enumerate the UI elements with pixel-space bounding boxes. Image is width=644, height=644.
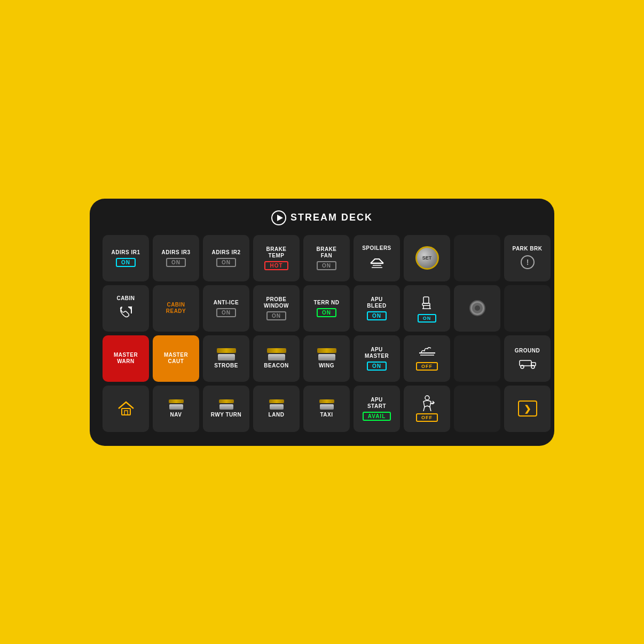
btn-exit-icon[interactable]: OFF: [404, 386, 450, 432]
btn-terr-nd[interactable]: TERR ND ON: [303, 285, 350, 332]
stream-deck-device: STREAM DECK ADIRS IR1 ON ADIRS IR3 ON AD…: [90, 199, 554, 446]
seat-icon: [418, 294, 436, 312]
svg-point-23: [425, 396, 429, 400]
btn-probe-window[interactable]: PROBEWINDOW ON: [253, 285, 300, 332]
btn-taxi[interactable]: TAXI: [303, 386, 350, 432]
exit-person-icon: [418, 395, 436, 411]
svg-rect-21: [122, 409, 130, 415]
btn-beacon[interactable]: BEACON: [253, 335, 300, 382]
btn-brake-fan[interactable]: BRAKEFAN ON: [303, 235, 350, 281]
svg-marker-1: [277, 215, 283, 221]
button-grid: ADIRS IR1 ON ADIRS IR3 ON ADIRS IR2 ON B…: [103, 235, 541, 432]
btn-set-knob[interactable]: SET: [404, 235, 450, 281]
btn-empty3: [504, 285, 551, 332]
btn-master-warn[interactable]: MASTERWARN: [103, 335, 149, 382]
btn-apu-master[interactable]: APUMASTER ON: [354, 335, 400, 382]
svg-point-14: [475, 305, 480, 311]
land-light-icon: [269, 399, 284, 410]
btn-master-caut[interactable]: MASTERCAUT: [153, 335, 199, 382]
btn-rwy-turn[interactable]: RWY TURN: [203, 386, 249, 432]
taxi-light-icon: [319, 399, 334, 410]
btn-home[interactable]: [103, 386, 149, 432]
btn-park-brk[interactable]: PARK BRK !: [504, 235, 551, 281]
btn-nav[interactable]: NAV: [153, 386, 199, 432]
btn-apu-start[interactable]: APUSTART AVAIL: [354, 386, 400, 432]
btn-empty1: [454, 235, 500, 281]
btn-apu-smoke[interactable]: OFF: [404, 335, 450, 382]
cabin-phone-icon: [117, 304, 135, 321]
svg-rect-8: [422, 303, 430, 305]
btn-cabin[interactable]: CABIN: [103, 285, 149, 332]
btn-spoilers[interactable]: SPOILERS: [354, 235, 400, 281]
btn-next-arrow[interactable]: ❯: [504, 386, 551, 432]
btn-wing[interactable]: WING: [303, 335, 350, 382]
svg-line-25: [430, 407, 431, 411]
wing-light-icon: [317, 348, 336, 360]
svg-rect-17: [520, 360, 531, 366]
nav-light-icon: [169, 399, 184, 410]
svg-line-24: [423, 407, 425, 411]
svg-text:!: !: [526, 258, 529, 266]
btn-adirs-ir3[interactable]: ADIRS IR3 ON: [153, 235, 199, 281]
btn-anti-ice[interactable]: ANTI-ICE ON: [203, 285, 249, 332]
svg-rect-22: [124, 411, 128, 415]
btn-strobe[interactable]: STROBE: [203, 335, 249, 382]
strobe-light-icon: [217, 348, 236, 360]
deck-logo: STREAM DECK: [271, 210, 373, 225]
btn-ground[interactable]: GROUND: [504, 335, 551, 382]
smoke-icon: [418, 346, 436, 360]
ground-truck-icon: [519, 356, 537, 369]
btn-empty5: [454, 386, 500, 432]
rwy-light-icon: [219, 399, 234, 410]
app-title: STREAM DECK: [290, 212, 373, 223]
btn-brake-temp[interactable]: BRAKETEMP HOT: [253, 235, 300, 281]
btn-cabin-ready[interactable]: CABINREADY: [153, 285, 199, 332]
btn-land[interactable]: LAND: [253, 386, 300, 432]
spoilers-icon: [368, 254, 386, 271]
park-brk-icon: !: [520, 254, 536, 270]
home-icon: [116, 399, 136, 418]
btn-adirs-ir2[interactable]: ADIRS IR2 ON: [203, 235, 249, 281]
set-knob-widget: SET: [415, 246, 439, 270]
btn-apu-bleed[interactable]: APUBLEED ON: [354, 285, 400, 332]
deck-header: STREAM DECK: [103, 210, 541, 225]
beacon-light-icon: [267, 348, 286, 360]
knob2-icon: [467, 298, 488, 318]
btn-adirs-ir1[interactable]: ADIRS IR1 ON: [103, 235, 149, 281]
btn-seat[interactable]: ON: [404, 285, 450, 332]
btn-empty4: [454, 335, 500, 382]
svg-rect-7: [423, 297, 429, 303]
next-arrow-icon: ❯: [518, 400, 537, 417]
btn-knob2[interactable]: [454, 285, 500, 332]
